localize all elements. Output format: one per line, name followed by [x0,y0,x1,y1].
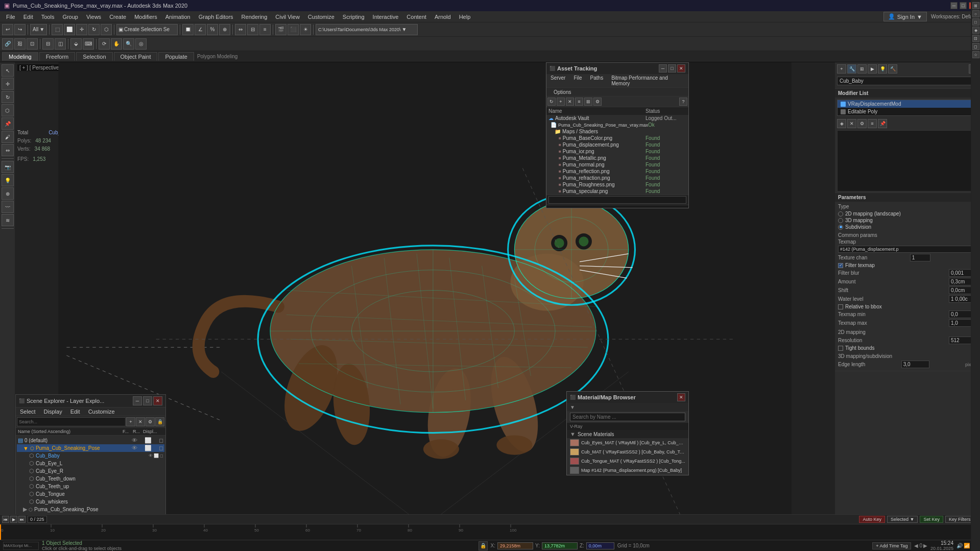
at-row-roughness[interactable]: ■ Puma_Roughness.png Found [546,181,688,188]
at-row-displacement[interactable]: ■ Puma_displacement.png Found [546,141,688,148]
layer-item-cub-tongue[interactable]: ⬡ Cub_Tongue [17,490,164,498]
fr-btn-4[interactable]: ◈ [972,27,979,34]
set-key-button[interactable]: Set Key [920,516,943,523]
spinner-snap-button[interactable]: ⊕ [219,24,230,35]
layer-item-0-default[interactable]: ▤ 0 (default) 👁 ⬜ ◻ [17,437,164,444]
rp-create-icon[interactable]: + [837,64,846,74]
render-setup-button[interactable]: 🎬 [275,24,286,35]
rp-object-name-field[interactable] [837,77,978,85]
pan-button[interactable]: ✋ [111,38,122,50]
link-button[interactable]: 🔗 [2,38,13,50]
manipulate-button[interactable]: ⬙ [70,38,82,50]
menu-help[interactable]: Help [455,13,475,21]
at-row-ior[interactable]: ■ Puma_ior.png Found [546,148,688,155]
at-row-normal[interactable]: ■ Puma_normal.png Found [546,161,688,168]
at-row-basecolor[interactable]: ■ Puma_BaseColor.png Found [546,135,688,141]
at-close-button[interactable]: ✕ [677,64,685,73]
mb-material-map142[interactable]: Map #142 (Puma_displacement.png) [Cub_Ba… [567,466,688,475]
mb-material-eyes[interactable]: Cub_Eyes_MAT ( VRayMtl ) [Cub_Eye_L, Cub… [567,438,688,447]
layer-item-cub-whiskers[interactable]: ⬡ Cub_whiskers [17,498,164,506]
rp-utilities-icon[interactable]: 🔨 [888,64,897,74]
selected-dropdown[interactable]: Selected ▼ [887,516,918,523]
menu-create[interactable]: Create [105,13,130,21]
at-row-specular[interactable]: ■ Puma_specular.png Found [546,188,688,195]
keyboard-shortcut-button[interactable]: ⌨ [83,38,94,50]
mod-configure-button[interactable]: ⚙ [857,119,867,128]
left-light-tool[interactable]: 💡 [2,174,14,186]
tab-freeform[interactable]: Freeform [39,52,76,61]
unlink-button[interactable]: ⛓ [14,38,26,50]
texmap-value[interactable]: #142 (Puma_displacement.p [838,246,977,253]
radio-subdivision[interactable]: Subdivision [838,224,977,230]
viewport[interactable]: [ + ] [ Perspective ] [ User Defined ] [… [15,62,834,526]
frame-counter-right-arrow[interactable]: ▶ [923,543,927,548]
le-search-input[interactable] [17,417,126,426]
rp-motion-icon[interactable]: ▶ [868,64,877,74]
layer-item-cub-baby[interactable]: ⬡ Cub_Baby 👁 ⬜ ◻ [17,452,164,460]
move-button[interactable]: ✛ [76,24,87,35]
mod-pin-button[interactable]: 📌 [878,119,887,128]
left-scale-tool[interactable]: ⬡ [2,104,14,116]
at-row-reflection[interactable]: ■ Puma_reflection.png Found [546,168,688,175]
le-maximize-button[interactable]: □ [143,396,152,405]
percent-snap-button[interactable]: % [207,24,218,35]
menu-content[interactable]: Content [402,13,431,21]
layer-item-puma-bottom[interactable]: ▶ ⬡ Puma_Cub_Sneaking_Pose [17,506,164,513]
menu-animation[interactable]: Animation [161,13,195,21]
mb-scene-materials-header[interactable]: ▼ Scene Materials [567,430,688,438]
at-menu-server[interactable]: Server [546,74,569,87]
select-mode-dropdown[interactable]: All ▼ [30,24,47,35]
rotate-button[interactable]: ↻ [88,24,100,35]
tab-populate[interactable]: Populate [158,52,194,61]
file-path-dropdown[interactable]: C:\Users\Tan\Documents\3ds Max 2020\ ▼ [316,24,418,35]
zoom-button[interactable]: 🔍 [123,38,134,50]
menu-graph-editors[interactable]: Graph Editors [195,13,237,21]
at-grid-view-button[interactable]: ⊞ [584,98,592,106]
rp-modifier-list-title[interactable]: Modifier List ▼ [835,89,980,98]
left-move-tool[interactable]: ✛ [2,78,14,90]
at-help-button[interactable]: ? [679,98,687,106]
at-path-input[interactable] [548,196,686,204]
edge-length-input[interactable] [901,361,929,368]
timeline-track[interactable]: 0 10 20 30 40 50 60 70 80 90 1 [0,524,980,540]
le-menu-edit[interactable]: Edit [66,408,84,416]
timeline-next-frame-button[interactable]: ⏭ [18,516,26,523]
menu-civil-view[interactable]: Civil View [271,13,303,21]
fr-btn-6[interactable]: ◻ [972,43,979,50]
at-row-vault[interactable]: ☁ Autodesk Vault Logged Out... [546,115,688,122]
menu-interactive[interactable]: Interactive [369,13,403,21]
left-paint-tool[interactable]: 🖌 [2,131,14,143]
menu-arnold[interactable]: Arnold [431,13,455,21]
menu-tools[interactable]: Tools [37,13,59,21]
at-refresh-button[interactable]: ↻ [547,98,556,106]
redo-button[interactable]: ↪ [14,24,26,35]
layer-manager-button[interactable]: ≡ [259,24,271,35]
mod-make-unique-button[interactable]: ◈ [837,119,846,128]
tight-bounds-row[interactable]: Tight bounds [838,345,977,351]
tab-modeling[interactable]: Modeling [2,52,38,61]
minimize-button[interactable]: ─ [950,2,958,9]
snap-button[interactable]: 🔲 [182,24,194,35]
le-options-button[interactable]: ⚙ [146,417,155,426]
mb-material-cub[interactable]: Cub_MAT ( VRayFastSSS2 ) [Cub_Baby, Cub_… [567,447,688,457]
render-button[interactable]: ⬛ [288,24,299,35]
rp-modify-icon[interactable]: 🔧 [847,64,856,74]
le-menu-select[interactable]: Select [16,408,40,416]
radio-3d-mapping[interactable]: 3D mapping [838,217,977,224]
undo-button[interactable]: ↩ [2,24,13,35]
fr-btn-2[interactable]: ○ [972,10,979,17]
relative-to-bbox-checkbox[interactable] [838,304,843,309]
left-mirror-tool[interactable]: ⇔ [2,144,14,156]
left-camera-tool[interactable]: 📷 [2,161,14,173]
mb-material-tongue[interactable]: Cub_Tongue_MAT ( VRayFastSSS2 ) [Cub_Ton… [567,457,688,466]
at-list-view-button[interactable]: ≡ [575,98,583,106]
at-add-button[interactable]: + [557,98,565,106]
at-row-maps-folder[interactable]: 📁 Maps / Shaders [546,128,688,135]
le-lock-button[interactable]: 🔒 [155,417,164,426]
tab-selection[interactable]: Selection [76,52,112,61]
mirror-button[interactable]: ⇔ [235,24,246,35]
at-menu-paths[interactable]: Paths [586,74,608,87]
filter-texmap-checkbox[interactable]: ✓ [838,263,843,268]
mod-remove-button[interactable]: ✕ [847,119,856,128]
relative-to-bbox-row[interactable]: Relative to bbox [838,303,977,310]
